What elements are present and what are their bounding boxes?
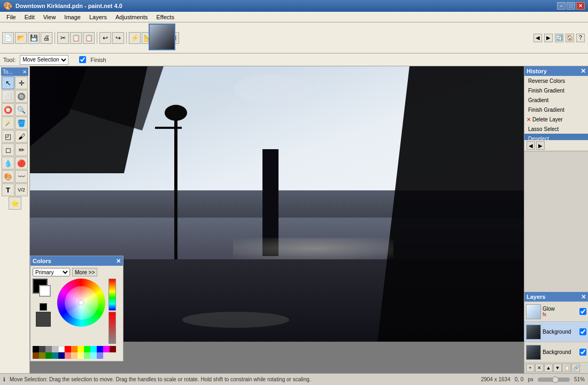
- toolbar-redo[interactable]: ↪: [112, 32, 124, 44]
- colors-close-button[interactable]: ✕: [116, 258, 121, 265]
- menu-layers[interactable]: Layers: [85, 13, 111, 21]
- layers-move-down-button[interactable]: ▼: [553, 364, 562, 372]
- zoom-thumb[interactable]: [552, 376, 559, 383]
- saturation-slider[interactable]: [109, 312, 116, 344]
- toolbar-help-forward[interactable]: ▶: [544, 34, 553, 42]
- color-wheel[interactable]: [57, 279, 105, 327]
- palette-light-orange[interactable]: [71, 352, 78, 359]
- menu-adjustments[interactable]: Adjustments: [111, 13, 152, 21]
- layers-close-button[interactable]: ✕: [581, 294, 586, 301]
- history-item-deselect[interactable]: Deselect: [524, 134, 588, 140]
- toolbar-help-refresh[interactable]: 🔄: [555, 34, 563, 42]
- palette-orange[interactable]: [71, 346, 78, 352]
- history-item-lasso-select[interactable]: Lasso Select: [524, 124, 588, 134]
- palette-dark-red[interactable]: [110, 346, 116, 352]
- palette-green[interactable]: [84, 346, 90, 352]
- history-item-finish-gradient-1[interactable]: Finish Gradient: [524, 86, 588, 95]
- layer-vis-bg-1[interactable]: [579, 328, 586, 335]
- layer-vis-bg-2[interactable]: [579, 349, 586, 356]
- secondary-swatch[interactable]: [39, 285, 51, 297]
- history-close-button[interactable]: ✕: [581, 67, 586, 75]
- tool-select[interactable]: Move Selection: [20, 55, 68, 65]
- palette-dark-orange[interactable]: [33, 352, 39, 359]
- color-cursor[interactable]: [79, 301, 83, 305]
- toolbar-print[interactable]: 🖨: [41, 32, 52, 44]
- history-item-gradient[interactable]: Gradient: [524, 95, 588, 105]
- toolbar-paste[interactable]: 📋: [83, 32, 95, 44]
- palette-light-green[interactable]: [84, 352, 90, 359]
- layers-duplicate-button[interactable]: 📋: [562, 364, 571, 372]
- toolbar-crop[interactable]: ⚡: [129, 32, 141, 44]
- hue-slider[interactable]: [109, 279, 116, 311]
- toolbar-open[interactable]: 📂: [15, 32, 27, 44]
- tool-lasso-select[interactable]: 🔘: [15, 90, 28, 103]
- toolbar-help-nav[interactable]: ◀: [533, 34, 542, 42]
- history-item-reverse-colors[interactable]: Reverse Colors: [524, 76, 588, 86]
- history-item-delete-layer[interactable]: ✕ Delete Layer: [524, 114, 588, 124]
- palette-teal[interactable]: [52, 352, 58, 359]
- layers-delete-button[interactable]: ✕: [535, 364, 544, 372]
- tool-color-picker[interactable]: 💧: [2, 157, 14, 170]
- palette-dark-green[interactable]: [45, 352, 52, 359]
- tool-recolor[interactable]: 🎨: [2, 170, 14, 183]
- toolbar-new[interactable]: 📄: [2, 32, 14, 44]
- palette-olive[interactable]: [39, 352, 45, 359]
- palette-dark-gray[interactable]: [39, 346, 45, 352]
- toolbox-close-icon[interactable]: ✕: [22, 69, 27, 75]
- colors-mode-select[interactable]: Primary Secondary: [33, 268, 70, 276]
- toolbar-help-home[interactable]: 🏠: [566, 34, 574, 42]
- palette-magenta[interactable]: [103, 346, 110, 352]
- palette-light-yellow[interactable]: [78, 352, 84, 359]
- tool-line[interactable]: ⭐: [9, 197, 21, 210]
- layer-item-glow[interactable]: Glow fx: [524, 302, 588, 322]
- layer-item-background-1[interactable]: Background: [524, 322, 588, 342]
- palette-navy[interactable]: [58, 352, 65, 359]
- palette-silver[interactable]: [52, 346, 58, 352]
- tool-paint-bucket[interactable]: 🪣: [15, 117, 28, 129]
- maximize-button[interactable]: □: [567, 2, 575, 10]
- toolbar-save[interactable]: 💾: [28, 32, 40, 44]
- palette-light-cyan[interactable]: [90, 352, 97, 359]
- tool-eraser[interactable]: ◻: [2, 143, 14, 156]
- palette-red[interactable]: [65, 346, 71, 352]
- tool-smudge[interactable]: 〰: [15, 170, 28, 183]
- large-color-display[interactable]: [36, 312, 51, 327]
- tool-paintbrush[interactable]: 🖌: [15, 130, 28, 143]
- finish-check[interactable]: [79, 56, 86, 63]
- layers-move-up-button[interactable]: ▲: [544, 364, 553, 372]
- menu-edit[interactable]: Edit: [20, 13, 39, 21]
- colors-more-button[interactable]: More >>: [72, 268, 97, 276]
- palette-blue[interactable]: [97, 346, 103, 352]
- history-item-finish-gradient-2[interactable]: Finish Gradient: [524, 105, 588, 114]
- zoom-bar[interactable]: [538, 378, 570, 382]
- menu-file[interactable]: File: [2, 13, 20, 21]
- palette-light-red[interactable]: [65, 352, 71, 359]
- layer-item-background-2[interactable]: Background: [524, 342, 588, 363]
- menu-image[interactable]: Image: [60, 13, 85, 21]
- tool-pencil[interactable]: ✏: [15, 143, 28, 156]
- tool-gradient[interactable]: ◰: [2, 130, 14, 143]
- minimize-button[interactable]: –: [557, 2, 566, 10]
- tool-ellipse-select[interactable]: ⭕: [2, 103, 14, 116]
- tool-magic-wand[interactable]: 🪄: [2, 117, 14, 129]
- foreground-color[interactable]: [40, 303, 47, 311]
- palette-white[interactable]: [58, 346, 65, 352]
- tool-clone-stamp[interactable]: 🔴: [15, 157, 28, 170]
- menu-view[interactable]: View: [39, 13, 60, 21]
- toolbar-copy[interactable]: 📋: [70, 32, 82, 44]
- palette-cyan[interactable]: [90, 346, 97, 352]
- image-thumbnail[interactable]: [149, 24, 175, 50]
- palette-light-blue[interactable]: [97, 352, 103, 359]
- palette-black[interactable]: [33, 346, 39, 352]
- toolbar-help-question[interactable]: ?: [576, 34, 585, 42]
- palette-gray[interactable]: [45, 346, 52, 352]
- layer-vis-glow[interactable]: [579, 308, 586, 315]
- tool-move-pixels[interactable]: ✛: [15, 76, 28, 89]
- toolbar-cut[interactable]: ✂: [57, 32, 69, 44]
- history-undo-button[interactable]: ◀: [527, 141, 535, 150]
- tool-text[interactable]: T: [2, 183, 14, 196]
- history-redo-button[interactable]: ▶: [536, 141, 545, 150]
- layers-merge-button[interactable]: 🔗: [571, 364, 580, 372]
- tool-zoom[interactable]: 🔍: [15, 103, 28, 116]
- tool-rectangle-select[interactable]: ⬜: [2, 90, 14, 103]
